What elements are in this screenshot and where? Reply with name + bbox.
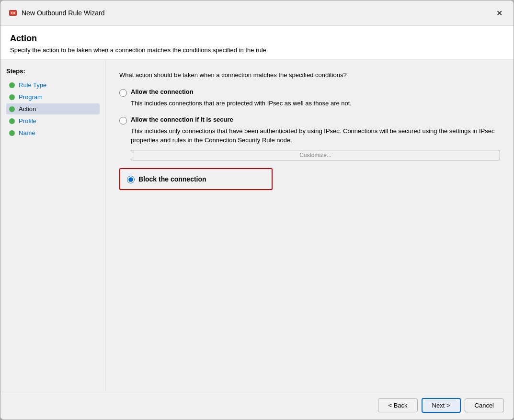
option-allow-secure-row: Allow the connection if it is secure xyxy=(119,116,500,125)
step-dot-rule-type xyxy=(9,82,15,88)
firewall-icon xyxy=(8,8,18,18)
svg-rect-2 xyxy=(11,12,12,14)
step-dot-profile xyxy=(9,118,15,124)
radio-block[interactable] xyxy=(127,176,135,183)
option-allow-secure: Allow the connection if it is secure Thi… xyxy=(119,116,500,160)
option-group: Allow the connection This includes conne… xyxy=(119,88,500,190)
close-button[interactable]: ✕ xyxy=(492,6,506,20)
option-block-box: Block the connection xyxy=(119,168,273,190)
option-block-label[interactable]: Block the connection xyxy=(138,175,206,183)
sidebar-item-rule-type[interactable]: Rule Type xyxy=(6,79,100,91)
radio-allow[interactable] xyxy=(119,89,127,97)
step-label-program: Program xyxy=(19,93,43,101)
step-dot-action xyxy=(9,106,15,112)
svg-rect-3 xyxy=(13,12,15,14)
option-allow: Allow the connection This includes conne… xyxy=(119,88,500,108)
step-dot-program xyxy=(9,94,15,100)
steps-label: Steps: xyxy=(6,68,100,75)
option-allow-secure-desc: This includes only connections that have… xyxy=(131,126,500,145)
next-button[interactable]: Next > xyxy=(422,398,461,413)
radio-allow-secure[interactable] xyxy=(119,117,127,125)
content-area: Steps: Rule Type Program Action Profile … xyxy=(0,60,514,391)
option-allow-row: Allow the connection xyxy=(119,88,500,97)
sidebar-item-program[interactable]: Program xyxy=(6,91,100,102)
header-section: Action Specify the action to be taken wh… xyxy=(0,26,514,60)
step-label-name: Name xyxy=(19,129,35,136)
cancel-button[interactable]: Cancel xyxy=(465,398,504,412)
customize-button[interactable]: Customize... xyxy=(131,150,500,160)
page-title: Action xyxy=(10,34,504,44)
main-panel: What action should be taken when a conne… xyxy=(106,60,514,391)
back-button[interactable]: < Back xyxy=(378,398,417,412)
question-text: What action should be taken when a conne… xyxy=(119,71,500,79)
sidebar: Steps: Rule Type Program Action Profile … xyxy=(0,60,106,391)
sidebar-item-action[interactable]: Action xyxy=(6,103,100,114)
title-bar: New Outbound Rule Wizard ✕ xyxy=(0,0,514,26)
window-title: New Outbound Rule Wizard xyxy=(22,9,105,17)
option-allow-label[interactable]: Allow the connection xyxy=(131,88,194,95)
title-bar-left: New Outbound Rule Wizard xyxy=(8,8,105,18)
header-description: Specify the action to be taken when a co… xyxy=(10,46,504,54)
sidebar-item-profile[interactable]: Profile xyxy=(6,115,100,126)
footer: < Back Next > Cancel xyxy=(0,391,514,420)
option-allow-desc: This includes connections that are prote… xyxy=(131,99,500,108)
step-label-action: Action xyxy=(19,105,36,113)
step-label-profile: Profile xyxy=(19,117,36,125)
dialog-window: New Outbound Rule Wizard ✕ Action Specif… xyxy=(0,0,514,420)
step-dot-name xyxy=(9,130,15,136)
step-label-rule-type: Rule Type xyxy=(19,81,46,89)
option-allow-secure-label[interactable]: Allow the connection if it is secure xyxy=(131,116,233,123)
sidebar-item-name[interactable]: Name xyxy=(6,127,100,138)
svg-rect-1 xyxy=(10,11,16,15)
